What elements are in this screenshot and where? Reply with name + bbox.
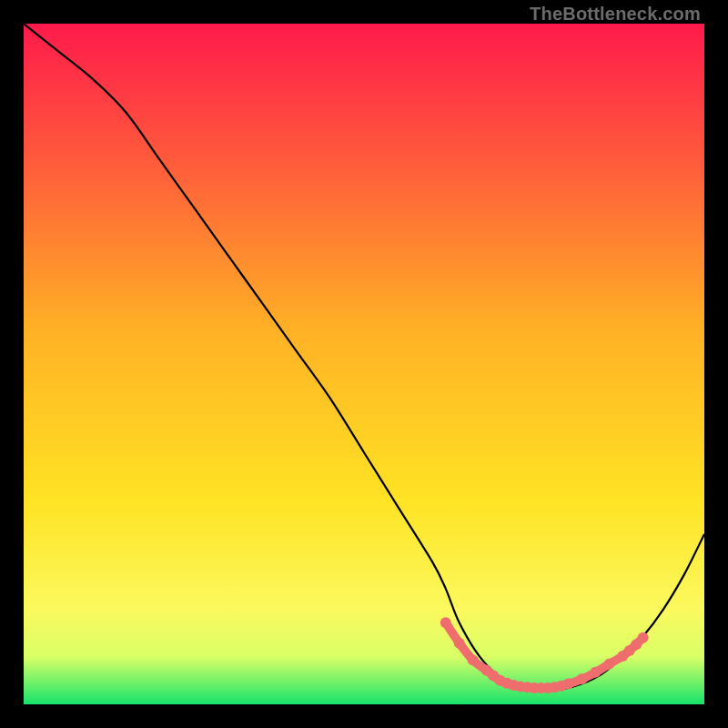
optimal-zone-marker <box>562 679 573 690</box>
optimal-zone-marker <box>440 617 451 628</box>
optimal-zone-marker <box>468 654 479 665</box>
optimal-zone-marker <box>576 673 587 684</box>
optimal-zone-marker <box>590 667 601 678</box>
attribution-watermark: TheBottleneck.com <box>530 4 701 25</box>
optimal-zone-marker <box>603 659 614 670</box>
optimal-zone-marker <box>454 638 465 649</box>
chart-frame <box>24 24 704 704</box>
optimal-zone-marker <box>638 632 649 643</box>
bottleneck-chart <box>24 24 704 704</box>
gradient-background <box>24 24 704 704</box>
